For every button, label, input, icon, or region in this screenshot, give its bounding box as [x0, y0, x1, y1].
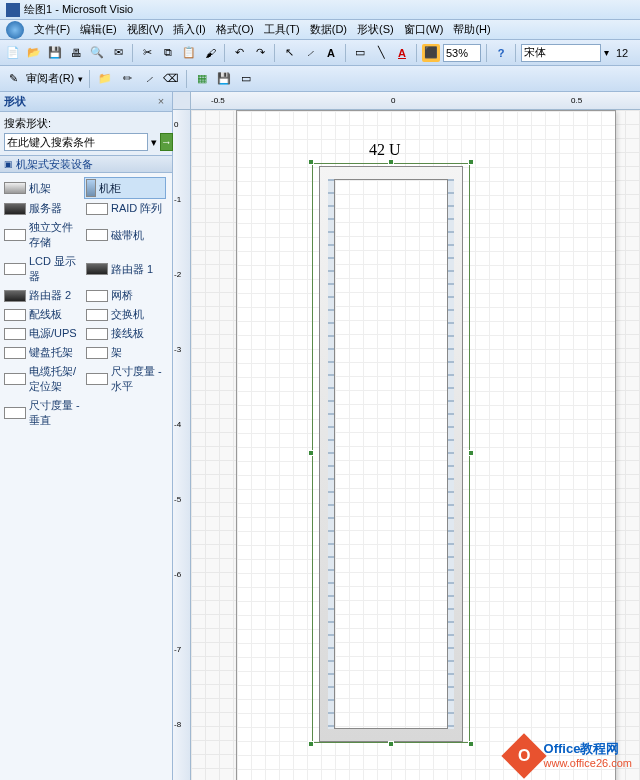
- shape-label: 网桥: [111, 288, 133, 303]
- shape-item[interactable]: 电源/UPS: [2, 324, 84, 343]
- shape-item[interactable]: 服务器: [2, 199, 84, 218]
- menu-data[interactable]: 数据(D): [306, 21, 351, 38]
- save-button[interactable]: 💾: [46, 44, 64, 62]
- shape-item[interactable]: 电缆托架/定位架: [2, 362, 84, 396]
- vertical-ruler: 0-1-2-3-4-5-6-7-8: [173, 110, 191, 780]
- search-dropdown[interactable]: ▾: [150, 133, 158, 151]
- paste-button[interactable]: 📋: [180, 44, 198, 62]
- title-bar: 绘图1 - Microsoft Visio: [0, 0, 640, 20]
- menu-shape[interactable]: 形状(S): [353, 21, 398, 38]
- copy-button[interactable]: ⧉: [159, 44, 177, 62]
- folder-button[interactable]: 📁: [96, 70, 114, 88]
- menu-insert[interactable]: 插入(I): [169, 21, 209, 38]
- shape-icon: [86, 263, 108, 275]
- stencil-title[interactable]: 机架式安装设备: [0, 155, 172, 173]
- help-button[interactable]: ?: [492, 44, 510, 62]
- shape-item[interactable]: 尺寸度量 - 垂直: [2, 396, 84, 430]
- preview-button[interactable]: 🔍: [88, 44, 106, 62]
- drawing-page[interactable]: 42 U: [236, 110, 616, 780]
- font-color-button[interactable]: A: [393, 44, 411, 62]
- save-stencil-button[interactable]: 💾: [215, 70, 233, 88]
- open-button[interactable]: 📂: [25, 44, 43, 62]
- search-go-button[interactable]: →: [160, 133, 173, 151]
- shape-icon: [4, 347, 26, 359]
- shape-icon: [86, 203, 108, 215]
- stencil-button[interactable]: ▦: [193, 70, 211, 88]
- search-label: 搜索形状:: [4, 116, 168, 131]
- separator: [89, 70, 90, 88]
- cut-button[interactable]: ✂: [138, 44, 156, 62]
- shape-icon: [4, 373, 26, 385]
- close-pane-button[interactable]: ×: [154, 95, 168, 109]
- shape-label: 电缆托架/定位架: [29, 364, 82, 394]
- separator: [416, 44, 417, 62]
- ink-button[interactable]: ✎: [4, 70, 22, 88]
- text-tool[interactable]: A: [322, 44, 340, 62]
- shape-icon: [86, 309, 108, 321]
- menu-window[interactable]: 窗口(W): [400, 21, 448, 38]
- shape-icon: [86, 328, 108, 340]
- separator: [224, 44, 225, 62]
- rack-rail-right: [448, 179, 454, 729]
- shape-item[interactable]: 键盘托架: [2, 343, 84, 362]
- shape-item[interactable]: 路由器 2: [2, 286, 84, 305]
- shape-label: 磁带机: [111, 228, 144, 243]
- shape-item[interactable]: 独立文件存储: [2, 218, 84, 252]
- font-combo[interactable]: [521, 44, 601, 62]
- shape-item[interactable]: 接线板: [84, 324, 166, 343]
- visio-icon: [6, 3, 20, 17]
- menu-help[interactable]: 帮助(H): [449, 21, 494, 38]
- menu-edit[interactable]: 编辑(E): [76, 21, 121, 38]
- shape-item[interactable]: LCD 显示器: [2, 252, 84, 286]
- pointer-tool[interactable]: ↖: [280, 44, 298, 62]
- undo-button[interactable]: ↶: [230, 44, 248, 62]
- new-button[interactable]: 📄: [4, 44, 22, 62]
- new-stencil-button[interactable]: ▭: [237, 70, 255, 88]
- window-title: 绘图1 - Microsoft Visio: [24, 2, 133, 17]
- menu-view[interactable]: 视图(V): [123, 21, 168, 38]
- shape-icon: [86, 373, 108, 385]
- shape-item[interactable]: 架: [84, 343, 166, 362]
- watermark: O Office教程网 www.office26.com: [508, 740, 632, 772]
- highlighter-button[interactable]: ⟋: [140, 70, 158, 88]
- horizontal-ruler: -0.500.5: [191, 92, 640, 110]
- shape-item[interactable]: 路由器 1: [84, 252, 166, 286]
- mail-button[interactable]: ✉: [109, 44, 127, 62]
- pen-button[interactable]: ✏: [118, 70, 136, 88]
- rack-cabinet-shape[interactable]: [319, 166, 463, 742]
- format-painter-button[interactable]: 🖌: [201, 44, 219, 62]
- rectangle-tool[interactable]: ▭: [351, 44, 369, 62]
- shapes-pane-title: 形状: [4, 94, 26, 109]
- shape-item[interactable]: 机柜: [84, 177, 166, 199]
- shape-label: 服务器: [29, 201, 62, 216]
- shape-item[interactable]: 磁带机: [84, 218, 166, 252]
- reviewing-toolbar: ✎ 审阅者(R) ▾ 📁 ✏ ⟋ ⌫ ▦ 💾 ▭: [0, 66, 640, 92]
- zoom-combo[interactable]: [443, 44, 481, 62]
- shape-label: 配线板: [29, 307, 62, 322]
- shape-item[interactable]: 交换机: [84, 305, 166, 324]
- shape-item[interactable]: 尺寸度量 - 水平: [84, 362, 166, 396]
- watermark-url: www.office26.com: [544, 756, 632, 770]
- shape-item[interactable]: RAID 阵列: [84, 199, 166, 218]
- menu-tools[interactable]: 工具(T): [260, 21, 304, 38]
- eraser-button[interactable]: ⌫: [162, 70, 180, 88]
- watermark-brand: Office教程网: [544, 742, 632, 756]
- shape-item[interactable]: 机架: [2, 177, 84, 199]
- office-orb[interactable]: [6, 21, 24, 39]
- drawing-canvas[interactable]: 42 U: [191, 110, 640, 780]
- search-input[interactable]: [4, 133, 148, 151]
- reviewer-label[interactable]: 审阅者(R): [26, 71, 74, 86]
- shape-label: 路由器 1: [111, 262, 153, 277]
- shape-item[interactable]: 网桥: [84, 286, 166, 305]
- line-tool[interactable]: ╲: [372, 44, 390, 62]
- connector-tool[interactable]: ⟋: [301, 44, 319, 62]
- menu-format[interactable]: 格式(O): [212, 21, 258, 38]
- print-button[interactable]: 🖶: [67, 44, 85, 62]
- shape-label: 键盘托架: [29, 345, 73, 360]
- menu-file[interactable]: 文件(F): [30, 21, 74, 38]
- shape-item[interactable]: 配线板: [2, 305, 84, 324]
- fill-button[interactable]: ⬛: [422, 44, 440, 62]
- ruler-corner: [173, 92, 191, 110]
- shape-label: LCD 显示器: [29, 254, 82, 284]
- redo-button[interactable]: ↷: [251, 44, 269, 62]
